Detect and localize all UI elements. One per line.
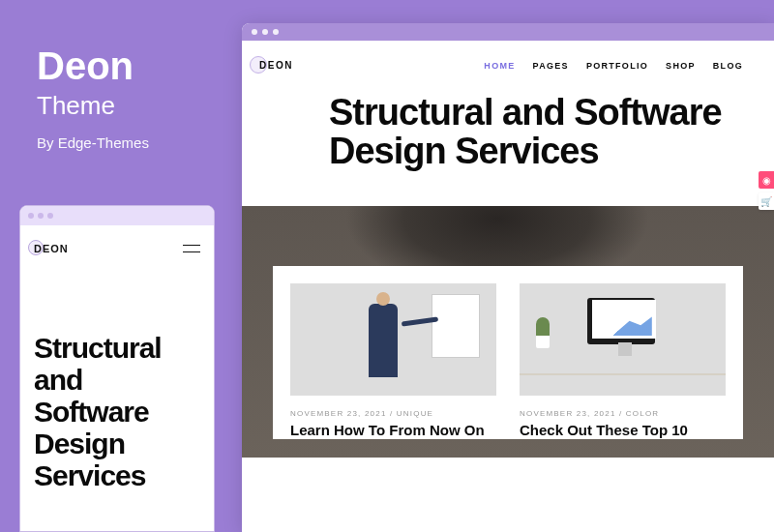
theme-author: By Edge-Themes [37, 134, 149, 151]
desktop-menu: HOME PAGES PORTFOLIO SHOP BLOG [484, 61, 743, 71]
theme-name: Deon [37, 46, 149, 85]
post-strip: NOVEMBER 23, 2021 / UNIQUE Learn How To … [273, 266, 743, 439]
post-meta: NOVEMBER 23, 2021 / COLOR [520, 409, 726, 418]
desktop-logo[interactable]: DEON [259, 60, 293, 71]
nav-pages[interactable]: PAGES [533, 61, 569, 71]
desktop-hero: Structural and Software Design Services [242, 80, 774, 206]
mobile-preview: DEON Structural and Software Design Serv… [19, 205, 215, 532]
window-dot [28, 213, 34, 219]
nav-home[interactable]: HOME [484, 61, 515, 71]
nav-shop[interactable]: SHOP [666, 61, 696, 71]
desktop-section2: NOVEMBER 23, 2021 / UNIQUE Learn How To … [242, 206, 774, 458]
post-card[interactable]: NOVEMBER 23, 2021 / UNIQUE Learn How To … [290, 283, 496, 439]
mobile-logo[interactable]: DEON [34, 243, 69, 254]
mobile-titlebar [20, 206, 214, 225]
post-title: Learn How To From Now On [290, 422, 496, 439]
mobile-header: DEON [20, 225, 214, 264]
desktop-nav: DEON HOME PAGES PORTFOLIO SHOP BLOG [242, 41, 774, 80]
mobile-hero-heading: Structural and Software Design Services [34, 332, 200, 491]
theme-subtitle: Theme [37, 91, 149, 121]
window-dot [262, 29, 268, 35]
hamburger-icon[interactable] [183, 245, 200, 252]
desktop-preview: DEON HOME PAGES PORTFOLIO SHOP BLOG Stru… [242, 23, 774, 532]
side-widgets: ◉ 🛒 [759, 171, 774, 210]
window-dot [252, 29, 257, 35]
cart-widget-icon[interactable]: 🛒 [759, 192, 774, 210]
title-block: Deon Theme By Edge-Themes [37, 46, 149, 151]
desktop-content: DEON HOME PAGES PORTFOLIO SHOP BLOG Stru… [242, 41, 774, 532]
desktop-titlebar [242, 23, 774, 41]
buy-widget-icon[interactable]: ◉ [759, 171, 774, 189]
post-meta: NOVEMBER 23, 2021 / UNIQUE [290, 409, 496, 418]
nav-blog[interactable]: BLOG [713, 61, 743, 71]
post-title: Check Out These Top 10 [520, 422, 726, 439]
post-thumb [520, 283, 726, 396]
post-card[interactable]: NOVEMBER 23, 2021 / COLOR Check Out Thes… [520, 283, 726, 439]
nav-portfolio[interactable]: PORTFOLIO [586, 61, 648, 71]
window-dot [38, 213, 44, 219]
window-dot [273, 29, 279, 35]
desktop-hero-heading: Structural and Software Design Services [329, 94, 726, 171]
mobile-hero: Structural and Software Design Services [20, 264, 214, 511]
window-dot [47, 213, 53, 219]
post-thumb [290, 283, 496, 396]
